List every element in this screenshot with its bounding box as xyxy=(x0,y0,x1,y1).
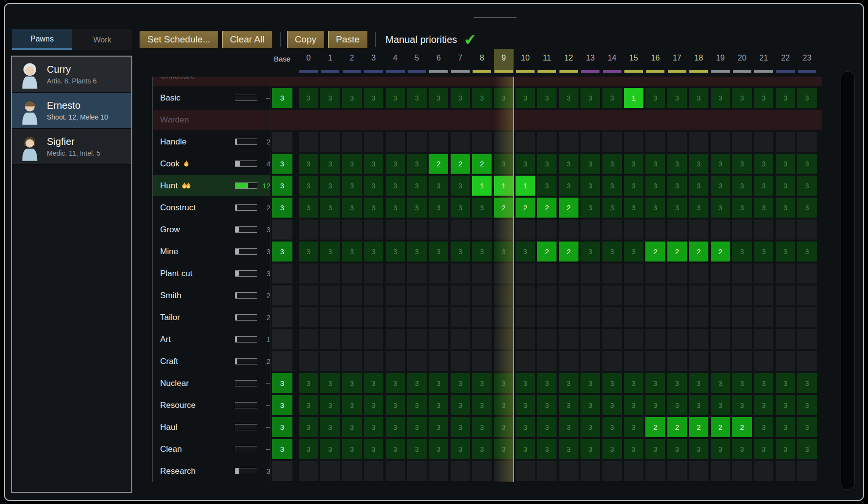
priority-cell[interactable]: 3 xyxy=(732,176,752,196)
priority-cell[interactable]: 3 xyxy=(342,154,362,174)
priority-cell[interactable]: 3 xyxy=(689,439,708,459)
priority-cell[interactable] xyxy=(776,263,795,283)
priority-cell[interactable] xyxy=(732,285,752,305)
priority-cell[interactable] xyxy=(732,263,752,283)
priority-cell[interactable] xyxy=(472,461,492,481)
priority-cell[interactable]: 3 xyxy=(711,395,730,415)
priority-cell[interactable]: 3 xyxy=(624,373,643,393)
priority-cell[interactable]: 3 xyxy=(580,88,600,108)
priority-cell[interactable]: 3 xyxy=(667,439,687,459)
priority-cell[interactable]: 3 xyxy=(342,88,362,108)
priority-cell[interactable]: 3 xyxy=(299,88,318,108)
priority-cell[interactable] xyxy=(386,285,405,305)
priority-cell[interactable]: 3 xyxy=(689,373,708,393)
priority-cell[interactable]: 3 xyxy=(711,88,730,108)
base-priority-cell[interactable]: 3 xyxy=(272,198,292,218)
priority-cell[interactable] xyxy=(364,351,383,371)
priority-cell[interactable] xyxy=(602,285,622,305)
priority-cell[interactable] xyxy=(602,132,622,152)
priority-cell[interactable]: 2 xyxy=(711,242,730,262)
priority-cell[interactable]: 3 xyxy=(364,373,383,393)
priority-cell[interactable] xyxy=(407,461,427,481)
priority-cell[interactable] xyxy=(299,263,318,283)
priority-cell[interactable] xyxy=(624,263,643,283)
priority-cell[interactable]: 1 xyxy=(624,88,643,108)
priority-cell[interactable]: 3 xyxy=(516,154,535,174)
priority-cell[interactable] xyxy=(580,220,600,240)
priority-cell[interactable]: 3 xyxy=(602,395,622,415)
priority-cell[interactable] xyxy=(580,132,600,152)
priority-cell[interactable]: 3 xyxy=(776,198,795,218)
priority-cell[interactable] xyxy=(776,461,795,481)
priority-cell[interactable] xyxy=(429,263,448,283)
priority-cell[interactable] xyxy=(451,307,470,327)
priority-cell[interactable]: 3 xyxy=(342,373,362,393)
priority-cell[interactable] xyxy=(667,263,687,283)
priority-cell[interactable] xyxy=(645,263,665,283)
priority-cell[interactable]: 3 xyxy=(776,373,795,393)
priority-cell[interactable] xyxy=(429,329,448,349)
priority-cell[interactable]: 3 xyxy=(472,417,492,437)
priority-cell[interactable]: 3 xyxy=(732,395,752,415)
priority-cell[interactable]: 3 xyxy=(580,176,600,196)
priority-cell[interactable]: 2 xyxy=(429,154,448,174)
base-priority-cell[interactable] xyxy=(272,220,292,240)
priority-cell[interactable] xyxy=(429,307,448,327)
priority-cell[interactable] xyxy=(364,132,383,152)
priority-cell[interactable]: 3 xyxy=(711,439,730,459)
priority-cell[interactable]: 3 xyxy=(602,373,622,393)
priority-cell[interactable]: 3 xyxy=(407,198,427,218)
priority-cell[interactable]: 3 xyxy=(797,176,817,196)
priority-cell[interactable]: 3 xyxy=(667,154,687,174)
priority-cell[interactable]: 3 xyxy=(299,439,318,459)
priority-cell[interactable]: 3 xyxy=(645,154,665,174)
priority-cell[interactable] xyxy=(429,132,448,152)
priority-cell[interactable] xyxy=(797,132,817,152)
base-priority-cell[interactable]: 3 xyxy=(272,88,292,108)
priority-cell[interactable] xyxy=(645,351,665,371)
base-priority-cell[interactable] xyxy=(272,329,292,349)
priority-cell[interactable] xyxy=(711,132,730,152)
priority-cell[interactable]: 3 xyxy=(797,198,817,218)
priority-cell[interactable]: 3 xyxy=(602,439,622,459)
priority-cell[interactable]: 3 xyxy=(776,395,795,415)
priority-cell[interactable] xyxy=(667,132,687,152)
priority-cell[interactable]: 3 xyxy=(645,176,665,196)
priority-cell[interactable] xyxy=(451,461,470,481)
priority-cell[interactable] xyxy=(342,461,362,481)
priority-cell[interactable]: 3 xyxy=(451,395,470,415)
priority-cell[interactable]: 1 xyxy=(516,176,535,196)
priority-cell[interactable] xyxy=(386,263,405,283)
priority-cell[interactable]: 3 xyxy=(689,395,708,415)
priority-cell[interactable] xyxy=(754,132,773,152)
priority-cell[interactable] xyxy=(580,263,600,283)
priority-cell[interactable] xyxy=(754,329,773,349)
priority-cell[interactable] xyxy=(494,461,514,481)
priority-cell[interactable] xyxy=(559,132,579,152)
priority-cell[interactable]: 2 xyxy=(537,242,557,262)
priority-cell[interactable] xyxy=(537,285,557,305)
priority-cell[interactable] xyxy=(516,329,535,349)
priority-cell[interactable] xyxy=(299,285,318,305)
priority-cell[interactable]: 3 xyxy=(645,198,665,218)
priority-cell[interactable] xyxy=(537,263,557,283)
priority-cell[interactable] xyxy=(320,461,340,481)
priority-cell[interactable] xyxy=(711,307,730,327)
priority-cell[interactable]: 3 xyxy=(299,417,318,437)
priority-cell[interactable]: 3 xyxy=(776,439,795,459)
priority-cell[interactable]: 2 xyxy=(516,198,535,218)
priority-cell[interactable]: 3 xyxy=(364,242,383,262)
priority-cell[interactable] xyxy=(537,132,557,152)
priority-cell[interactable] xyxy=(797,307,817,327)
priority-cell[interactable] xyxy=(559,351,579,371)
priority-cell[interactable]: 3 xyxy=(320,373,340,393)
priority-cell[interactable] xyxy=(776,351,795,371)
priority-cell[interactable]: 3 xyxy=(320,88,340,108)
priority-cell[interactable]: 3 xyxy=(451,176,470,196)
priority-cell[interactable]: 3 xyxy=(429,395,448,415)
priority-cell[interactable]: 3 xyxy=(689,198,708,218)
priority-cell[interactable]: 3 xyxy=(516,373,535,393)
priority-cell[interactable]: 3 xyxy=(537,373,557,393)
priority-cell[interactable]: 3 xyxy=(429,373,448,393)
priority-cell[interactable]: 2 xyxy=(689,242,708,262)
